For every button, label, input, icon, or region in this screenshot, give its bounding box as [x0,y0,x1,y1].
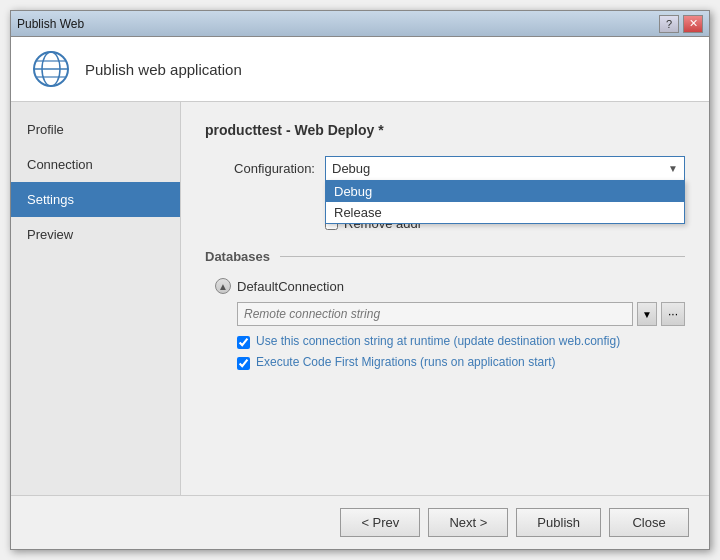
footer: < Prev Next > Publish Close [11,495,709,549]
use-connection-string-label: Use this connection string at runtime (u… [256,334,620,348]
sidebar-item-settings[interactable]: Settings [11,182,180,217]
execute-migrations-checkbox[interactable] [237,357,250,370]
configuration-row: Configuration: Debug ▼ Debug Release [205,156,685,180]
help-button[interactable]: ? [659,15,679,33]
databases-label: Databases [205,249,270,264]
close-button[interactable]: Close [609,508,689,537]
configuration-label: Configuration: [205,161,325,176]
execute-migrations-row: Execute Code First Migrations (runs on a… [237,355,685,370]
section-title: producttest - Web Deploy * [205,122,685,138]
prev-button[interactable]: < Prev [340,508,420,537]
use-connection-string-row: Use this connection string at runtime (u… [237,334,685,349]
window-title: Publish Web [17,17,84,31]
window-close-button[interactable]: ✕ [683,15,703,33]
connection-string-input[interactable] [237,302,633,326]
sidebar-item-connection[interactable]: Connection [11,147,180,182]
sidebar-item-profile[interactable]: Profile [11,112,180,147]
title-bar: Publish Web ? ✕ [11,11,709,37]
collapse-button[interactable]: ▲ [215,278,231,294]
dropdown-option-release[interactable]: Release [326,202,684,223]
separator-line [280,256,685,257]
publish-button[interactable]: Publish [516,508,601,537]
db-connection-header: ▲ DefaultConnection [215,278,685,294]
configuration-dropdown-wrapper: Debug ▼ Debug Release [325,156,685,180]
connection-string-ellipsis-btn[interactable]: ··· [661,302,685,326]
next-button[interactable]: Next > [428,508,508,537]
globe-icon [31,49,71,89]
sidebar-item-preview[interactable]: Preview [11,217,180,252]
publish-web-window: Publish Web ? ✕ Publish web application … [10,10,710,550]
execute-migrations-label: Execute Code First Migrations (runs on a… [256,355,555,369]
connection-string-dropdown-btn[interactable]: ▼ [637,302,657,326]
connection-string-row: ▼ ··· [237,302,685,326]
content-area: Profile Connection Settings Preview prod… [11,102,709,495]
dropdown-option-debug[interactable]: Debug [326,181,684,202]
use-connection-string-checkbox[interactable] [237,336,250,349]
configuration-selected-value: Debug [332,161,370,176]
databases-separator: Databases [205,249,685,264]
title-bar-buttons: ? ✕ [659,15,703,33]
main-content: producttest - Web Deploy * Configuration… [181,102,709,495]
header-area: Publish web application [11,37,709,102]
configuration-dropdown-list: Debug Release [325,180,685,224]
db-connection-name: DefaultConnection [237,279,344,294]
dropdown-arrow-icon: ▼ [668,163,678,174]
sidebar: Profile Connection Settings Preview [11,102,181,495]
default-connection-block: ▲ DefaultConnection ▼ ··· Use this conne… [215,278,685,370]
header-title: Publish web application [85,61,242,78]
configuration-dropdown-trigger[interactable]: Debug ▼ [325,156,685,180]
